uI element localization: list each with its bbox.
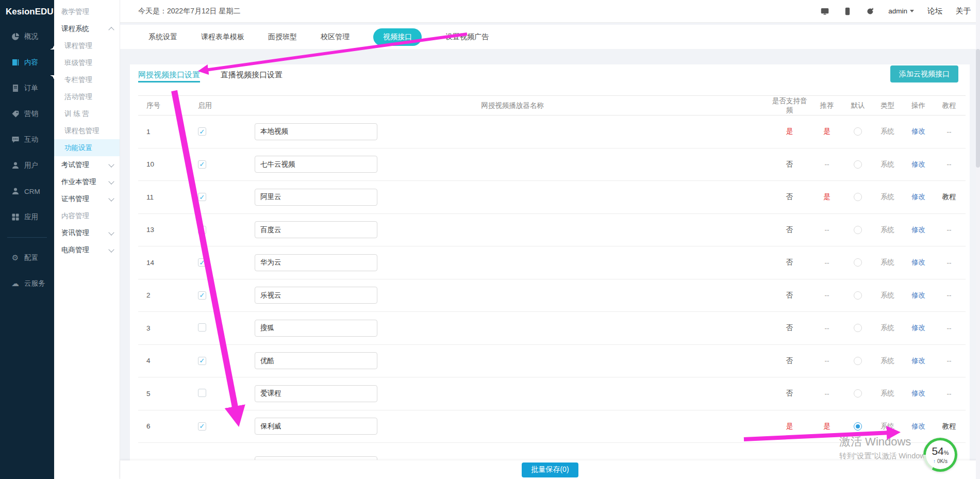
enable-checkbox[interactable]: ✓ (198, 422, 206, 431)
modify-link[interactable]: 修改 (904, 258, 933, 267)
scrollbar-thumb[interactable] (976, 49, 980, 168)
sidebar-item-apps[interactable]: 应用 (0, 204, 54, 230)
recommend-value: 是 (809, 422, 845, 431)
page-scrollbar (976, 0, 980, 479)
row-number: 5 (146, 390, 198, 398)
sidebar-item-config[interactable]: ⚙ 配置 (0, 245, 54, 271)
enable-checkbox[interactable]: ✓ (198, 127, 206, 136)
default-radio[interactable] (854, 324, 862, 332)
submenu-item-ecommerce-mgmt[interactable]: 电商管理 (54, 241, 120, 258)
modify-link[interactable]: 修改 (904, 323, 933, 333)
submenu-item-course-mgmt[interactable]: 课程管理 (54, 37, 120, 54)
player-name-input[interactable] (255, 156, 377, 173)
enable-checkbox[interactable]: ✓ (198, 389, 206, 397)
submenu-item-class-mgmt[interactable]: 班级管理 (54, 54, 120, 71)
subtab-live-video-api[interactable]: 直播视频接口设置 (221, 69, 283, 82)
tutorial-link[interactable]: 教程 (933, 192, 966, 202)
audio-support-value: 是 (770, 422, 809, 431)
default-radio[interactable] (854, 422, 862, 431)
table-row: 14 ✓ 否 -- 系统 修改 -- (138, 246, 966, 279)
player-name-input[interactable] (255, 456, 377, 460)
player-name-input[interactable] (255, 189, 377, 206)
default-radio[interactable] (854, 127, 862, 136)
about-link[interactable]: 关于 (956, 6, 971, 16)
audio-support-value: 否 (770, 160, 809, 169)
type-value: 系统 (871, 389, 904, 398)
tab-system-settings[interactable]: 系统设置 (148, 32, 177, 42)
forum-link[interactable]: 论坛 (927, 6, 942, 16)
tutorial-value: -- (933, 259, 966, 267)
modify-link[interactable]: 修改 (904, 356, 933, 366)
modify-link[interactable]: 修改 (904, 422, 933, 431)
modify-link[interactable]: 修改 (904, 225, 933, 235)
default-radio[interactable] (854, 160, 862, 169)
default-radio[interactable] (854, 193, 862, 201)
enable-checkbox[interactable]: ✓ (198, 258, 206, 267)
tab-video-ads[interactable]: 设置视频广告 (445, 32, 489, 42)
player-name-input[interactable] (255, 385, 377, 402)
player-name-input[interactable] (255, 221, 377, 238)
mobile-view-icon[interactable] (843, 7, 852, 16)
refresh-icon[interactable] (866, 7, 875, 16)
player-name-input[interactable] (255, 320, 377, 337)
tab-offline-class-type[interactable]: 面授班型 (268, 32, 297, 42)
submenu-item-exam-mgmt[interactable]: 考试管理 (54, 156, 120, 173)
default-radio[interactable] (854, 258, 862, 267)
player-name-input[interactable] (255, 123, 377, 140)
submenu-item-column-mgmt[interactable]: 专栏管理 (54, 71, 120, 88)
tutorial-value: -- (933, 291, 966, 299)
enable-checkbox[interactable]: ✓ (198, 226, 206, 234)
enable-checkbox[interactable]: ✓ (198, 160, 206, 169)
submenu-item-activity-mgmt[interactable]: 活动管理 (54, 88, 120, 105)
chevron-down-icon (108, 246, 114, 252)
gear-icon: ⚙ (11, 254, 20, 262)
player-name-input[interactable] (255, 254, 377, 271)
player-name-input[interactable] (255, 418, 377, 435)
network-speed-widget[interactable]: 54% ↑ 0K/s (923, 438, 957, 472)
submenu-item-course-package[interactable]: 课程包管理 (54, 122, 120, 139)
tab-campus-mgmt[interactable]: 校区管理 (321, 32, 350, 42)
submenu-item-homework-mgmt[interactable]: 作业本管理 (54, 173, 120, 190)
modify-link[interactable]: 修改 (904, 389, 933, 398)
sidebar-item-overview[interactable]: 概况 (0, 24, 54, 49)
player-name-input[interactable] (255, 287, 377, 304)
tab-course-form-template[interactable]: 课程表单模板 (201, 32, 244, 42)
enable-checkbox[interactable]: ✓ (198, 323, 206, 332)
enable-checkbox[interactable]: ✓ (198, 291, 206, 300)
default-radio[interactable] (854, 389, 862, 398)
modify-link[interactable]: 修改 (904, 160, 933, 169)
enable-checkbox[interactable]: ✓ (198, 193, 206, 201)
submenu-item-certificate-mgmt[interactable]: 证书管理 (54, 190, 120, 207)
sidebar-item-marketing[interactable]: 营销 (0, 101, 54, 127)
modify-link[interactable]: 修改 (904, 192, 933, 202)
sidebar-item-label: 互动 (24, 135, 38, 144)
batch-save-button[interactable]: 批量保存(0) (522, 463, 578, 477)
admin-menu[interactable]: admin (888, 7, 914, 15)
sidebar-item-content[interactable]: 内容 (0, 49, 54, 75)
row-number: 14 (146, 259, 198, 267)
table-row: 13 ✓ 否 -- 系统 修改 -- (138, 214, 966, 247)
enable-checkbox[interactable]: ✓ (198, 357, 206, 365)
add-cloud-video-api-button[interactable]: 添加云视频接口 (890, 65, 958, 82)
submenu-item-function-settings[interactable]: 功能设置 (54, 139, 120, 156)
player-name-input[interactable] (255, 352, 377, 369)
subtab-online-video-api[interactable]: 网授视频接口设置 (138, 69, 200, 82)
sidebar-item-cloud-service[interactable]: ☁ 云服务 (0, 271, 54, 296)
sidebar-item-interaction[interactable]: 互动 (0, 127, 54, 153)
modify-link[interactable]: 修改 (904, 127, 933, 136)
default-radio[interactable] (854, 226, 862, 234)
default-radio[interactable] (854, 357, 862, 365)
tutorial-link[interactable]: 教程 (933, 422, 966, 431)
modify-link[interactable]: 修改 (904, 291, 933, 300)
desktop-view-icon[interactable] (820, 7, 829, 16)
default-radio[interactable] (854, 291, 862, 300)
tab-video-api[interactable]: 视频接口 (373, 28, 422, 46)
header-no: 序号 (146, 101, 198, 110)
memory-percent: 54 (932, 445, 943, 457)
submenu-item-news-mgmt[interactable]: 资讯管理 (54, 224, 120, 241)
submenu-item-training-camp[interactable]: 训 练 营 (54, 105, 120, 122)
submenu-item-course-system[interactable]: 课程系统 (54, 20, 120, 37)
sidebar-item-crm[interactable]: CRM (0, 178, 54, 204)
sidebar-item-orders[interactable]: 订单 (0, 75, 54, 101)
sidebar-item-users[interactable]: 用户 (0, 153, 54, 178)
